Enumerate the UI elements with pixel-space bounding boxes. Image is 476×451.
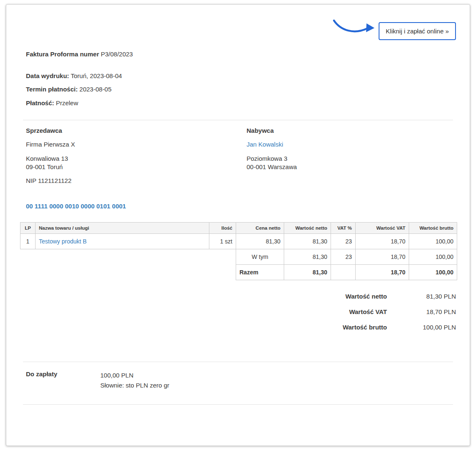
subtotal-label: W tym (236, 249, 284, 265)
divider (23, 120, 453, 120)
total-vat: 18,70 (356, 265, 409, 280)
seller-heading: Sprzedawca (26, 127, 247, 134)
buyer-address-line1: Poziomkowa 3 (247, 155, 456, 163)
bank-account-link[interactable]: 00 1111 0000 0010 0000 0101 0001 (26, 203, 456, 210)
seller-address-line2: 09-001 Toruń (26, 163, 247, 171)
subtotal-gross: 100,00 (409, 249, 457, 265)
payment-method-value: Przelew (56, 99, 78, 106)
pay-online-row: Kliknij i zapłać online » (20, 19, 456, 43)
summary-net-row: Wartość netto 81,30 PLN (20, 293, 456, 300)
summary-gross-value: 100,00 PLN (387, 324, 456, 331)
buyer-heading: Nabywca (247, 127, 456, 134)
item-vat-rate: 23 (331, 234, 356, 249)
table-header-row: LP Nazwa towaru / usługi Ilość Cena nett… (20, 223, 457, 234)
payment-due-values: 100,00 PLN Słownie: sto PLN zero gr (100, 370, 169, 390)
header-gross: Wartość brutto (409, 223, 457, 234)
seller-address-line1: Konwaliowa 13 (26, 155, 247, 163)
due-date-value: 2023-08-05 (79, 86, 112, 93)
seller-name: Firma Pierwsza X (26, 141, 247, 148)
items-table: LP Nazwa towaru / usługi Ilość Cena nett… (20, 222, 457, 280)
summary-vat-value: 18,70 PLN (387, 308, 456, 315)
header-net: Wartość netto (284, 223, 331, 234)
subtotal-vat-rate: 23 (331, 249, 356, 265)
invoice-meta: Data wydruku: Toruń, 2023-08-04 Termin p… (26, 72, 456, 107)
buyer-address: Poziomkowa 3 00-001 Warszawa (247, 155, 456, 172)
subtotal-vat: 18,70 (356, 249, 409, 265)
item-net: 81,30 (284, 234, 331, 249)
subtotal-net: 81,30 (284, 249, 331, 265)
parties-section: Sprzedawca Firma Pierwsza X Konwaliowa 1… (26, 127, 456, 185)
header-vat: Wartość VAT (356, 223, 409, 234)
item-qty: 1 szt (209, 234, 236, 249)
totals-summary: Wartość netto 81,30 PLN Wartość VAT 18,7… (20, 293, 456, 331)
summary-vat-row: Wartość VAT 18,70 PLN (20, 308, 456, 315)
total-label: Razem (236, 265, 284, 280)
summary-net-label: Wartość netto (346, 293, 387, 300)
header-unit-net: Cena netto (236, 223, 284, 234)
summary-vat-label: Wartość VAT (349, 308, 387, 315)
invoice-card: Kliknij i zapłać online » Faktura Profor… (6, 4, 470, 446)
item-vat: 18,70 (356, 234, 409, 249)
total-vat-rate (331, 265, 356, 280)
print-date-value: Toruń, 2023-08-04 (71, 72, 122, 79)
due-date-line: Termin płatności: 2023-08-05 (26, 85, 456, 94)
item-gross: 100,00 (409, 234, 457, 249)
table-row: 1 Testowy produkt B 1 szt 81,30 81,30 23… (20, 234, 457, 249)
subtotal-row: W tym 81,30 23 18,70 100,00 (20, 249, 457, 265)
item-lp: 1 (20, 234, 36, 249)
invoice-title-label: Faktura Proforma numer (26, 51, 99, 58)
invoice-title: Faktura Proforma numer P3/08/2023 (26, 51, 456, 58)
payment-due-amount: 100,00 PLN (100, 370, 169, 380)
summary-gross-label: Wartość brutto (343, 324, 387, 331)
buyer-address-line2: 00-001 Warszawa (247, 163, 456, 171)
header-vat-rate: VAT % (331, 223, 356, 234)
item-name-link[interactable]: Testowy produkt B (39, 238, 87, 245)
buyer-name-link[interactable]: Jan Kowalski (247, 141, 283, 148)
summary-net-value: 81,30 PLN (387, 293, 456, 300)
divider (23, 362, 453, 362)
total-net: 81,30 (284, 265, 331, 280)
payment-method-line: Płatność: Przelew (26, 99, 456, 107)
total-row: Razem 81,30 18,70 100,00 (20, 265, 457, 280)
header-name: Nazwa towaru / usługi (36, 223, 209, 234)
payment-due-section: Do zapłaty 100,00 PLN Słownie: sto PLN z… (26, 370, 456, 390)
seller-address: Konwaliowa 13 09-001 Toruń (26, 155, 247, 172)
seller-nip: NIP 1121121122 (26, 177, 247, 184)
curved-arrow-icon (332, 18, 376, 38)
header-qty: Ilość (209, 223, 236, 234)
payment-due-label: Do zapłaty (26, 370, 100, 390)
pay-online-button[interactable]: Kliknij i zapłać online » (379, 22, 456, 40)
payment-due-in-words: Słownie: sto PLN zero gr (100, 380, 169, 390)
seller-block: Sprzedawca Firma Pierwsza X Konwaliowa 1… (26, 127, 247, 185)
header-lp: LP (20, 223, 36, 234)
print-date-line: Data wydruku: Toruń, 2023-08-04 (26, 72, 456, 80)
item-unit-net: 81,30 (236, 234, 284, 249)
buyer-block: Nabywca Jan Kowalski Poziomkowa 3 00-001… (247, 127, 456, 185)
due-date-label: Termin płatności: (26, 86, 78, 93)
summary-gross-row: Wartość brutto 100,00 PLN (20, 324, 456, 331)
total-gross: 100,00 (409, 265, 457, 280)
payment-method-label: Płatność: (26, 99, 54, 106)
invoice-number: P3/08/2023 (101, 51, 133, 58)
divider (23, 404, 453, 405)
print-date-label: Data wydruku: (26, 72, 69, 79)
